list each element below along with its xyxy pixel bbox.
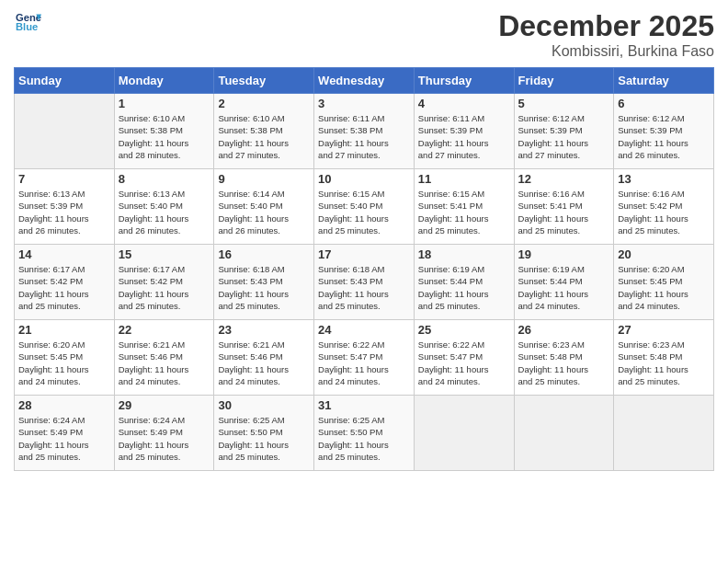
day-info: Sunrise: 6:18 AM Sunset: 5:43 PM Dayligh… bbox=[318, 263, 410, 312]
calendar-cell: 30Sunrise: 6:25 AM Sunset: 5:50 PM Dayli… bbox=[214, 396, 314, 471]
calendar-cell bbox=[514, 396, 614, 471]
day-info: Sunrise: 6:12 AM Sunset: 5:39 PM Dayligh… bbox=[518, 112, 610, 161]
calendar-cell: 3Sunrise: 6:11 AM Sunset: 5:38 PM Daylig… bbox=[314, 94, 415, 169]
day-number: 4 bbox=[418, 97, 510, 110]
day-info: Sunrise: 6:20 AM Sunset: 5:45 PM Dayligh… bbox=[618, 263, 710, 312]
day-number: 14 bbox=[18, 247, 110, 261]
calendar-cell: 25Sunrise: 6:22 AM Sunset: 5:47 PM Dayli… bbox=[414, 320, 514, 396]
day-number: 29 bbox=[119, 398, 210, 412]
weekday-header-wednesday: Wednesday bbox=[314, 68, 415, 94]
day-number: 3 bbox=[318, 97, 410, 110]
calendar-cell: 16Sunrise: 6:18 AM Sunset: 5:43 PM Dayli… bbox=[214, 245, 314, 320]
weekday-header-saturday: Saturday bbox=[614, 68, 714, 94]
day-info: Sunrise: 6:17 AM Sunset: 5:42 PM Dayligh… bbox=[18, 263, 110, 312]
calendar-cell: 15Sunrise: 6:17 AM Sunset: 5:42 PM Dayli… bbox=[114, 245, 214, 320]
day-info: Sunrise: 6:10 AM Sunset: 5:38 PM Dayligh… bbox=[119, 112, 210, 161]
day-number: 13 bbox=[618, 172, 710, 186]
calendar-cell: 7Sunrise: 6:13 AM Sunset: 5:39 PM Daylig… bbox=[15, 169, 115, 245]
day-number: 31 bbox=[318, 398, 410, 412]
day-info: Sunrise: 6:11 AM Sunset: 5:39 PM Dayligh… bbox=[418, 112, 510, 161]
calendar-cell bbox=[414, 396, 514, 471]
calendar-cell: 24Sunrise: 6:22 AM Sunset: 5:47 PM Dayli… bbox=[314, 320, 415, 396]
day-info: Sunrise: 6:23 AM Sunset: 5:48 PM Dayligh… bbox=[618, 339, 710, 387]
title-area: December 2025 Kombissiri, Burkina Faso bbox=[498, 9, 714, 60]
weekday-header-monday: Monday bbox=[114, 68, 214, 94]
calendar-cell: 1Sunrise: 6:10 AM Sunset: 5:38 PM Daylig… bbox=[114, 94, 214, 169]
day-number: 18 bbox=[418, 247, 510, 261]
week-row-4: 28Sunrise: 6:24 AM Sunset: 5:49 PM Dayli… bbox=[15, 396, 714, 471]
day-info: Sunrise: 6:21 AM Sunset: 5:46 PM Dayligh… bbox=[218, 339, 310, 387]
day-number: 16 bbox=[218, 247, 310, 261]
day-info: Sunrise: 6:16 AM Sunset: 5:41 PM Dayligh… bbox=[518, 188, 610, 236]
calendar-cell: 11Sunrise: 6:15 AM Sunset: 5:41 PM Dayli… bbox=[414, 169, 514, 245]
day-number: 28 bbox=[18, 398, 110, 412]
day-info: Sunrise: 6:14 AM Sunset: 5:40 PM Dayligh… bbox=[218, 188, 310, 236]
calendar-cell: 12Sunrise: 6:16 AM Sunset: 5:41 PM Dayli… bbox=[514, 169, 614, 245]
day-number: 2 bbox=[218, 97, 310, 110]
day-info: Sunrise: 6:17 AM Sunset: 5:42 PM Dayligh… bbox=[119, 263, 210, 312]
day-info: Sunrise: 6:21 AM Sunset: 5:46 PM Dayligh… bbox=[119, 339, 210, 387]
calendar-cell: 10Sunrise: 6:15 AM Sunset: 5:40 PM Dayli… bbox=[314, 169, 415, 245]
day-info: Sunrise: 6:18 AM Sunset: 5:43 PM Dayligh… bbox=[218, 263, 310, 312]
day-info: Sunrise: 6:15 AM Sunset: 5:41 PM Dayligh… bbox=[418, 188, 510, 236]
day-info: Sunrise: 6:19 AM Sunset: 5:44 PM Dayligh… bbox=[418, 263, 510, 312]
day-number: 9 bbox=[218, 172, 310, 186]
day-number: 25 bbox=[418, 323, 510, 337]
day-number: 22 bbox=[119, 323, 210, 337]
day-number: 20 bbox=[618, 247, 710, 261]
day-info: Sunrise: 6:24 AM Sunset: 5:49 PM Dayligh… bbox=[18, 414, 110, 463]
calendar-cell: 2Sunrise: 6:10 AM Sunset: 5:38 PM Daylig… bbox=[214, 94, 314, 169]
day-number: 12 bbox=[518, 172, 610, 186]
calendar-table: SundayMondayTuesdayWednesdayThursdayFrid… bbox=[14, 67, 714, 471]
calendar-cell: 14Sunrise: 6:17 AM Sunset: 5:42 PM Dayli… bbox=[15, 245, 115, 320]
calendar-cell: 8Sunrise: 6:13 AM Sunset: 5:40 PM Daylig… bbox=[114, 169, 214, 245]
day-number: 24 bbox=[318, 323, 410, 337]
weekday-header-row: SundayMondayTuesdayWednesdayThursdayFrid… bbox=[15, 68, 714, 94]
calendar-cell: 22Sunrise: 6:21 AM Sunset: 5:46 PM Dayli… bbox=[114, 320, 214, 396]
day-number: 6 bbox=[618, 97, 710, 110]
day-number: 1 bbox=[119, 97, 210, 110]
calendar-cell: 27Sunrise: 6:23 AM Sunset: 5:48 PM Dayli… bbox=[614, 320, 714, 396]
calendar-cell: 19Sunrise: 6:19 AM Sunset: 5:44 PM Dayli… bbox=[514, 245, 614, 320]
month-title: December 2025 bbox=[498, 9, 714, 43]
calendar-cell: 26Sunrise: 6:23 AM Sunset: 5:48 PM Dayli… bbox=[514, 320, 614, 396]
day-info: Sunrise: 6:24 AM Sunset: 5:49 PM Dayligh… bbox=[119, 414, 210, 463]
day-info: Sunrise: 6:12 AM Sunset: 5:39 PM Dayligh… bbox=[618, 112, 710, 161]
calendar-cell: 17Sunrise: 6:18 AM Sunset: 5:43 PM Dayli… bbox=[314, 245, 415, 320]
day-info: Sunrise: 6:22 AM Sunset: 5:47 PM Dayligh… bbox=[418, 339, 510, 387]
day-number: 21 bbox=[18, 323, 110, 337]
location-title: Kombissiri, Burkina Faso bbox=[498, 43, 714, 60]
day-number: 5 bbox=[518, 97, 610, 110]
day-info: Sunrise: 6:19 AM Sunset: 5:44 PM Dayligh… bbox=[518, 263, 610, 312]
day-number: 10 bbox=[318, 172, 410, 186]
weekday-header-friday: Friday bbox=[514, 68, 614, 94]
week-row-1: 7Sunrise: 6:13 AM Sunset: 5:39 PM Daylig… bbox=[15, 169, 714, 245]
week-row-3: 21Sunrise: 6:20 AM Sunset: 5:45 PM Dayli… bbox=[15, 320, 714, 396]
day-info: Sunrise: 6:15 AM Sunset: 5:40 PM Dayligh… bbox=[318, 188, 410, 236]
day-info: Sunrise: 6:23 AM Sunset: 5:48 PM Dayligh… bbox=[518, 339, 610, 387]
day-number: 8 bbox=[119, 172, 210, 186]
calendar-cell: 13Sunrise: 6:16 AM Sunset: 5:42 PM Dayli… bbox=[614, 169, 714, 245]
calendar-cell: 5Sunrise: 6:12 AM Sunset: 5:39 PM Daylig… bbox=[514, 94, 614, 169]
calendar-cell: 21Sunrise: 6:20 AM Sunset: 5:45 PM Dayli… bbox=[15, 320, 115, 396]
day-info: Sunrise: 6:22 AM Sunset: 5:47 PM Dayligh… bbox=[318, 339, 410, 387]
week-row-0: 1Sunrise: 6:10 AM Sunset: 5:38 PM Daylig… bbox=[15, 94, 714, 169]
day-info: Sunrise: 6:20 AM Sunset: 5:45 PM Dayligh… bbox=[18, 339, 110, 387]
day-number: 19 bbox=[518, 247, 610, 261]
day-number: 17 bbox=[318, 247, 410, 261]
day-number: 23 bbox=[218, 323, 310, 337]
calendar-cell: 29Sunrise: 6:24 AM Sunset: 5:49 PM Dayli… bbox=[114, 396, 214, 471]
day-info: Sunrise: 6:11 AM Sunset: 5:38 PM Dayligh… bbox=[318, 112, 410, 161]
day-info: Sunrise: 6:25 AM Sunset: 5:50 PM Dayligh… bbox=[218, 414, 310, 463]
day-number: 7 bbox=[18, 172, 110, 186]
weekday-header-thursday: Thursday bbox=[414, 68, 514, 94]
logo-icon: General Blue bbox=[16, 9, 41, 35]
calendar-cell: 23Sunrise: 6:21 AM Sunset: 5:46 PM Dayli… bbox=[214, 320, 314, 396]
day-info: Sunrise: 6:10 AM Sunset: 5:38 PM Dayligh… bbox=[218, 112, 310, 161]
weekday-header-sunday: Sunday bbox=[15, 68, 115, 94]
header: General Blue December 2025 Kombissiri, B… bbox=[14, 9, 714, 60]
day-info: Sunrise: 6:25 AM Sunset: 5:50 PM Dayligh… bbox=[318, 414, 410, 463]
day-number: 15 bbox=[119, 247, 210, 261]
calendar-cell: 20Sunrise: 6:20 AM Sunset: 5:45 PM Dayli… bbox=[614, 245, 714, 320]
calendar-cell: 18Sunrise: 6:19 AM Sunset: 5:44 PM Dayli… bbox=[414, 245, 514, 320]
